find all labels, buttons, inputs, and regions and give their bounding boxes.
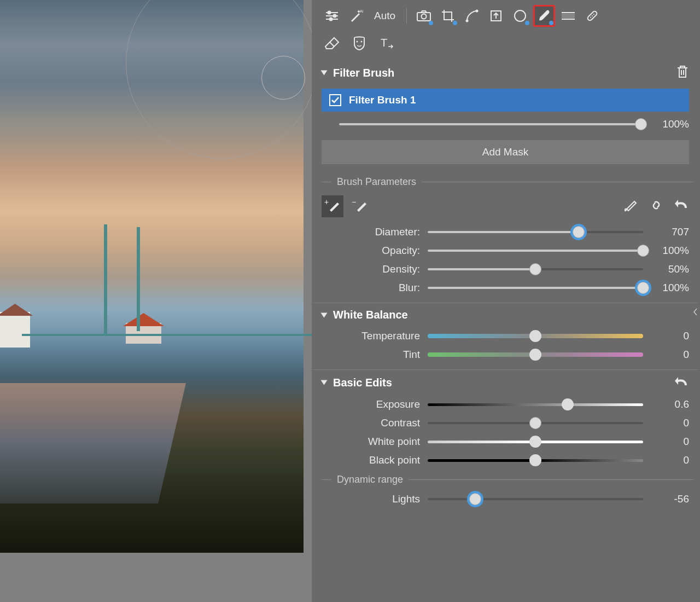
svg-point-20	[357, 41, 358, 43]
contrast-value[interactable]: 0	[651, 417, 689, 429]
brush-mode-row: + −	[312, 192, 699, 223]
black-point-slider[interactable]	[428, 459, 643, 462]
tint-row: Tint 0	[312, 345, 699, 364]
brush-tool-icon[interactable]	[534, 5, 555, 26]
black-point-row: Black point 0	[312, 451, 699, 470]
panel-expand-handle[interactable]	[692, 301, 699, 323]
filter-brush-layer[interactable]: Filter Brush 1	[322, 89, 689, 112]
tint-value[interactable]: 0	[651, 349, 689, 361]
toolbar-divider	[406, 8, 407, 24]
layer-opacity-row: 100%	[312, 112, 699, 140]
svg-point-4	[334, 15, 336, 18]
crop-icon[interactable]	[438, 5, 458, 26]
sliders-icon[interactable]	[322, 5, 342, 26]
lights-row: Lights -56	[312, 490, 699, 508]
blur-value[interactable]: 100%	[651, 282, 689, 294]
opacity-label: Opacity:	[322, 245, 420, 257]
white-point-slider[interactable]	[428, 441, 643, 443]
upload-icon[interactable]	[486, 5, 506, 26]
auto-button[interactable]: Auto	[370, 5, 400, 26]
tint-slider[interactable]	[428, 352, 643, 357]
layer-visibility-checkbox[interactable]	[329, 94, 341, 106]
contrast-slider[interactable]	[428, 422, 643, 424]
diameter-row: Diameter: 707	[312, 223, 699, 241]
image-canvas[interactable]	[0, 0, 312, 602]
svg-text:AI: AI	[360, 9, 363, 13]
filter-brush-header[interactable]: Filter Brush	[312, 59, 699, 86]
white-point-value[interactable]: 0	[651, 436, 689, 448]
photo-bridge	[22, 268, 312, 345]
text-tool-icon[interactable]: T	[376, 33, 397, 54]
brush-subtract-icon[interactable]: −	[349, 195, 371, 217]
contrast-label: Contrast	[322, 417, 420, 429]
camera-icon[interactable]	[413, 5, 434, 26]
collapse-icon	[321, 380, 328, 385]
secondary-toolbar: T	[312, 30, 700, 59]
white-balance-section: White Balance Temperature 0 Tint 0	[312, 303, 699, 364]
radial-icon[interactable]	[510, 5, 530, 26]
svg-point-10	[476, 10, 479, 13]
svg-point-8	[422, 14, 427, 19]
blur-row: Blur: 100%	[312, 279, 699, 297]
density-label: Density:	[322, 263, 420, 275]
temperature-row: Temperature 0	[312, 327, 699, 345]
lights-value[interactable]: -56	[651, 493, 689, 505]
blur-slider[interactable]	[428, 287, 643, 289]
mask-face-icon[interactable]	[349, 33, 370, 54]
basic-edits-title: Basic Edits	[333, 377, 392, 389]
brush-params-label: Brush Parameters	[312, 172, 699, 192]
add-mask-button[interactable]: Add Mask	[322, 140, 689, 164]
brush-preset-icon[interactable]	[623, 198, 639, 215]
basic-edits-section: Basic Edits Exposure 0.6 Contrast 0 Whit…	[312, 370, 699, 508]
curve-icon[interactable]	[462, 5, 482, 26]
black-point-label: Black point	[322, 454, 420, 466]
add-mask-label: Add Mask	[482, 146, 528, 158]
exposure-value[interactable]: 0.6	[651, 398, 689, 410]
eraser-icon[interactable]	[322, 33, 342, 54]
collapse-icon	[321, 71, 328, 76]
temperature-value[interactable]: 0	[651, 330, 689, 342]
white-point-row: White point 0	[312, 432, 699, 451]
exposure-label: Exposure	[322, 398, 420, 410]
density-value[interactable]: 50%	[651, 263, 689, 275]
svg-text:T: T	[381, 37, 387, 49]
opacity-slider[interactable]	[428, 250, 643, 252]
diameter-slider[interactable]	[428, 231, 643, 233]
exposure-slider[interactable]	[428, 403, 643, 406]
svg-point-5	[330, 18, 332, 21]
black-point-value[interactable]: 0	[651, 454, 689, 466]
brush-add-icon[interactable]: +	[322, 195, 343, 217]
lights-label: Lights	[322, 493, 420, 505]
svg-point-12	[515, 10, 526, 21]
layer-name-label: Filter Brush 1	[349, 94, 416, 106]
exposure-row: Exposure 0.6	[312, 395, 699, 414]
temperature-slider[interactable]	[428, 334, 643, 338]
svg-point-9	[466, 20, 469, 22]
layer-opacity-slider[interactable]	[339, 123, 641, 125]
opacity-row: Opacity: 100%	[312, 241, 699, 260]
blur-label: Blur:	[322, 282, 420, 294]
basic-edits-header[interactable]: Basic Edits	[312, 370, 699, 395]
white-balance-header[interactable]: White Balance	[312, 303, 699, 327]
diameter-value[interactable]: 707	[651, 226, 689, 238]
svg-rect-15	[562, 14, 575, 18]
filter-brush-section: Filter Brush Filter Brush 1 100%	[312, 59, 699, 297]
white-balance-title: White Balance	[333, 309, 408, 321]
gradient-icon[interactable]	[558, 5, 579, 26]
dynamic-range-label: Dynamic range	[312, 470, 699, 490]
undo-icon[interactable]	[674, 198, 689, 215]
side-panel: AI Auto	[312, 0, 700, 602]
heal-icon[interactable]	[582, 5, 603, 26]
delete-icon[interactable]	[676, 65, 689, 81]
panel-scroll[interactable]: Filter Brush Filter Brush 1 100%	[312, 59, 700, 602]
density-slider[interactable]	[428, 268, 643, 270]
svg-point-21	[361, 41, 363, 43]
lights-slider[interactable]	[428, 498, 643, 500]
reset-icon[interactable]	[674, 375, 689, 390]
contrast-row: Contrast 0	[312, 414, 699, 432]
link-icon[interactable]	[649, 198, 664, 215]
opacity-value[interactable]: 100%	[651, 245, 689, 257]
layer-opacity-value: 100%	[651, 118, 689, 130]
magic-wand-icon[interactable]: AI	[346, 5, 366, 26]
svg-text:−: −	[352, 199, 356, 206]
